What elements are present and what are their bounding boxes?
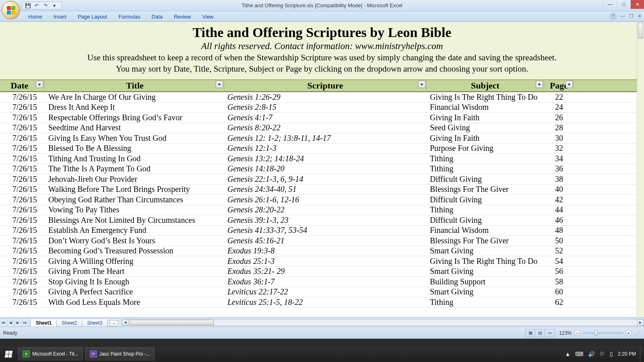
table-row[interactable]: 7/26/15Jehovah-Jireh Our ProviderGenesis… — [0, 174, 644, 185]
cell-date[interactable]: 7/26/15 — [0, 195, 44, 204]
sheet-nav-last[interactable]: ⏭ — [22, 318, 29, 327]
workbook-minimize-button[interactable]: — — [620, 13, 625, 19]
cell-title[interactable]: Giving A Perfect Sacrifice — [44, 287, 224, 296]
cell-scripture[interactable]: Genesis 13:2; 14:18-24 — [224, 154, 427, 163]
filter-date-button[interactable] — [36, 81, 43, 88]
cell-scripture[interactable]: Genesis 22:1-3, 6, 9-14 — [224, 175, 427, 184]
table-row[interactable]: 7/26/15The Tithe Is A Payment To GodGene… — [0, 164, 644, 175]
cell-date[interactable]: 7/26/15 — [0, 226, 44, 235]
filter-page-button[interactable] — [566, 81, 573, 88]
cell-date[interactable]: 7/26/15 — [0, 134, 44, 143]
cell-page[interactable]: 62 — [544, 298, 574, 307]
cell-title[interactable]: Don’t Worry God’s Best Is Yours — [44, 236, 224, 245]
cell-subject[interactable]: Seed Giving — [427, 123, 544, 132]
cell-subject[interactable]: Giving Is The Right Thing To Do — [427, 257, 544, 266]
table-row[interactable]: 7/26/15Dress It And Keep ItGenesis 2:8-1… — [0, 103, 644, 113]
table-row[interactable]: 7/26/15Blessings Are Not Limited By Circ… — [0, 215, 644, 226]
cell-date[interactable]: 7/26/15 — [0, 175, 44, 184]
tab-insert[interactable]: Insert — [48, 12, 72, 21]
cell-subject[interactable]: Giving Is The Right Thing To Do — [427, 93, 544, 102]
tab-data[interactable]: Data — [146, 12, 168, 21]
help-icon[interactable]: ? — [610, 13, 616, 19]
table-row[interactable]: 7/26/15Obeying God Rather Than Circumsta… — [0, 195, 644, 205]
cell-subject[interactable]: Blessings For The Giver — [427, 185, 544, 194]
cell-title[interactable]: Giving A Willing Offering — [44, 257, 224, 266]
zoom-percent[interactable]: 123% — [559, 330, 572, 336]
cell-page[interactable]: 56 — [544, 267, 574, 276]
cell-page[interactable]: 50 — [544, 236, 574, 245]
cell-scripture[interactable]: Exodus 25:1-3 — [224, 257, 427, 266]
cell-page[interactable]: 54 — [544, 257, 574, 266]
undo-icon[interactable]: ↶ — [33, 2, 40, 9]
tray-clock[interactable]: 2:20 PM — [618, 351, 636, 357]
tray-flag-icon[interactable]: ⚐ — [600, 351, 605, 357]
cell-title[interactable]: Walking Before The Lord Brings Prosperit… — [44, 185, 224, 194]
table-row[interactable]: 7/26/15Giving A Willing OfferingExodus 2… — [0, 256, 644, 267]
cell-date[interactable]: 7/26/15 — [0, 185, 44, 194]
cell-page[interactable]: 36 — [544, 164, 574, 173]
cell-date[interactable]: 7/26/15 — [0, 123, 44, 132]
cell-title[interactable]: Giving Is Easy When You Trust God — [44, 134, 224, 143]
tray-volume-icon[interactable]: 🔊 — [588, 351, 595, 357]
cell-subject[interactable]: Tithing — [427, 298, 544, 307]
taskbar-item-paintshop[interactable]: P Jasc Paint Shop Pro -... — [85, 348, 155, 360]
cell-title[interactable]: Giving From The Heart — [44, 267, 224, 276]
cell-title[interactable]: Establish An Emergency Fund — [44, 226, 224, 235]
cell-subject[interactable]: Tithing — [427, 154, 544, 163]
cell-date[interactable]: 7/26/15 — [0, 236, 44, 245]
table-row[interactable]: 7/26/15Giving From The HeartExodus 35:21… — [0, 267, 644, 277]
sheet-nav-next[interactable]: ▶ — [14, 318, 22, 327]
vertical-scroll-thumb[interactable] — [638, 23, 643, 39]
view-normal-button[interactable]: ▦ — [526, 329, 535, 337]
cell-title[interactable]: Dress It And Keep It — [44, 103, 224, 112]
cell-date[interactable]: 7/26/15 — [0, 154, 44, 163]
cell-page[interactable]: 26 — [544, 113, 574, 122]
cell-subject[interactable]: Giving In Faith — [427, 113, 544, 122]
cell-page[interactable]: 30 — [544, 134, 574, 143]
filter-subject-button[interactable] — [536, 81, 543, 88]
table-row[interactable]: 7/26/15We Are In Charge Of Our GivingGen… — [0, 92, 644, 103]
cell-date[interactable]: 7/26/15 — [0, 298, 44, 307]
filter-title-button[interactable] — [216, 81, 223, 88]
cell-page[interactable]: 24 — [544, 103, 574, 112]
cell-title[interactable]: Blessings Are Not Limited By Circumstanc… — [44, 216, 224, 225]
cell-scripture[interactable]: Genesis 12:1-3 — [224, 144, 427, 153]
sheet-nav-first[interactable]: ⏮ — [0, 318, 7, 327]
cell-title[interactable]: Becoming God’s Treasured Possession — [44, 246, 224, 255]
table-row[interactable]: 7/26/15Don’t Worry God’s Best Is YoursGe… — [0, 236, 644, 246]
table-row[interactable]: 7/26/15Respectable Offerings Bring God’s… — [0, 113, 644, 123]
cell-subject[interactable]: Smart Giving — [427, 246, 544, 255]
cell-title[interactable]: Obeying God Rather Than Circumstances — [44, 195, 224, 204]
cell-title[interactable]: Vowing To Pay Tithes — [44, 205, 224, 214]
cell-scripture[interactable]: Genesis 26:1-6, 12-16 — [224, 195, 427, 204]
cell-page[interactable]: 32 — [544, 144, 574, 153]
tab-home[interactable]: Home — [23, 12, 48, 21]
tab-formulas[interactable]: Formulas — [113, 12, 146, 21]
tab-page-layout[interactable]: Page Layout — [72, 12, 113, 21]
cell-subject[interactable]: Building Support — [427, 277, 544, 286]
cell-title[interactable]: Tithing And Trusting In God — [44, 154, 224, 163]
cell-date[interactable]: 7/26/15 — [0, 257, 44, 266]
close-button[interactable]: ✕ — [630, 0, 644, 9]
cell-date[interactable]: 7/26/15 — [0, 113, 44, 122]
cell-title[interactable]: Respectable Offerings Bring God’s Favor — [44, 113, 224, 122]
vertical-scrollbar[interactable] — [637, 22, 644, 317]
cell-title[interactable]: With God Less Equals More — [44, 298, 224, 307]
cell-title[interactable]: Stop Giving It Is Enough — [44, 277, 224, 286]
sheet-nav-prev[interactable]: ◀ — [7, 318, 14, 327]
cell-title[interactable]: Blessed To Be A Blessing — [44, 144, 224, 153]
save-icon[interactable]: 💾 — [25, 2, 31, 9]
cell-date[interactable]: 7/26/15 — [0, 216, 44, 225]
cell-scripture[interactable]: Genesis 28:20-22 — [224, 205, 427, 214]
table-row[interactable]: 7/26/15Vowing To Pay TithesGenesis 28:20… — [0, 205, 644, 216]
table-row[interactable]: 7/26/15With God Less Equals MoreLeviticu… — [0, 297, 644, 308]
table-row[interactable]: 7/26/15Stop Giving It Is EnoughExodus 36… — [0, 277, 644, 287]
cell-page[interactable]: 40 — [544, 185, 574, 194]
cell-scripture[interactable]: Genesis 8:20-22 — [224, 123, 427, 132]
cell-scripture[interactable]: Genesis 41:33-37, 53-54 — [224, 226, 427, 235]
cell-title[interactable]: Jehovah-Jireh Our Provider — [44, 175, 224, 184]
cell-date[interactable]: 7/26/15 — [0, 277, 44, 286]
resize-grip-icon[interactable]: ⋰ — [636, 330, 641, 336]
cell-date[interactable]: 7/26/15 — [0, 246, 44, 255]
cell-subject[interactable]: Financial Wisdom — [427, 226, 544, 235]
